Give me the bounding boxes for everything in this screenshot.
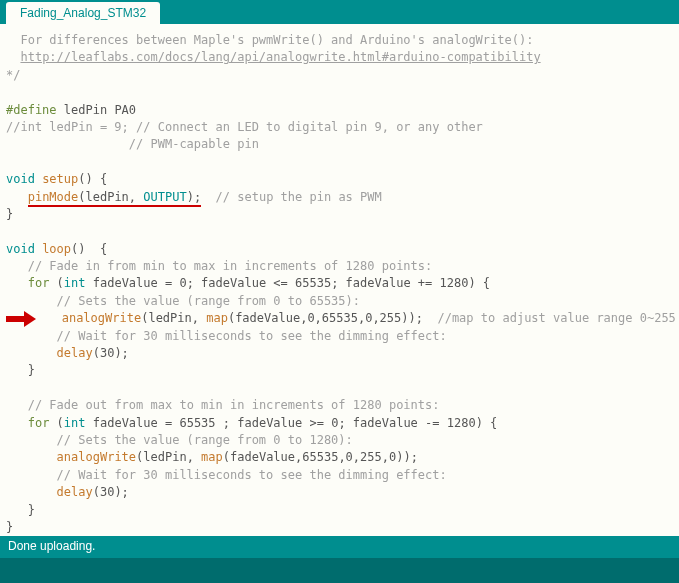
analogwrite-fn: analogWrite bbox=[62, 311, 141, 325]
code-comment: //int ledPin = 9; // Connect an LED to d… bbox=[6, 120, 483, 134]
code-comment: For differences between Maple's pwmWrite… bbox=[6, 33, 533, 47]
code-comment: // Wait for 30 milliseconds to see the d… bbox=[57, 468, 447, 482]
code-text: (fadeValue,0,65535,0,255)); bbox=[228, 311, 423, 325]
delay-fn: delay bbox=[57, 346, 93, 360]
delay-fn: delay bbox=[57, 485, 93, 499]
code-link[interactable]: http://leaflabs.com/docs/lang/api/analog… bbox=[20, 50, 540, 64]
code-comment: // Fade in from min to max in increments… bbox=[28, 259, 433, 273]
void-keyword: void bbox=[6, 172, 35, 186]
code-comment: // Wait for 30 milliseconds to see the d… bbox=[57, 329, 447, 343]
tab-file[interactable]: Fading_Analog_STM32 bbox=[6, 2, 160, 24]
code-text: () { bbox=[71, 242, 107, 256]
code-text: () { bbox=[78, 172, 107, 186]
code-text: (30); bbox=[93, 485, 129, 499]
console-area bbox=[0, 558, 679, 583]
code-comment: //map to adjust value range 0~255 bbox=[423, 311, 676, 325]
loop-fn: loop bbox=[35, 242, 71, 256]
int-keyword: int bbox=[64, 416, 86, 430]
tab-bar: Fading_Analog_STM32 bbox=[0, 0, 679, 24]
void-keyword: void bbox=[6, 242, 35, 256]
code-text: } bbox=[28, 363, 35, 377]
for-keyword: for bbox=[28, 276, 50, 290]
code-comment: // Sets the value (range from 0 to 65535… bbox=[57, 294, 360, 308]
code-comment: // setup the pin as PWM bbox=[201, 190, 382, 204]
code-comment: // Fade out from max to min in increment… bbox=[28, 398, 440, 412]
status-bar: Done uploading. bbox=[0, 536, 679, 558]
code-text: fadeValue = 65535 ; fadeValue >= 0; fade… bbox=[86, 416, 498, 430]
code-text: } bbox=[6, 520, 13, 534]
map-fn: map bbox=[206, 311, 228, 325]
code-text: (fadeValue,65535,0,255,0)); bbox=[223, 450, 418, 464]
code-comment: // Sets the value (range from 0 to 1280)… bbox=[57, 433, 353, 447]
int-keyword: int bbox=[64, 276, 86, 290]
arrow-right-icon bbox=[6, 313, 38, 325]
status-message: Done uploading. bbox=[8, 539, 95, 553]
code-text: } bbox=[6, 207, 13, 221]
map-fn: map bbox=[201, 450, 223, 464]
code-text: (30); bbox=[93, 346, 129, 360]
analogwrite-fn: analogWrite bbox=[57, 450, 136, 464]
code-text: fadeValue = 0; fadeValue <= 65535; fadeV… bbox=[86, 276, 491, 290]
code-comment: // PWM-capable pin bbox=[6, 137, 259, 151]
code-editor[interactable]: For differences between Maple's pwmWrite… bbox=[0, 24, 679, 536]
code-comment: */ bbox=[6, 68, 20, 82]
define-keyword: #define bbox=[6, 103, 57, 117]
code-text: ledPin PA0 bbox=[57, 103, 136, 117]
for-keyword: for bbox=[28, 416, 50, 430]
code-text: } bbox=[28, 503, 35, 517]
highlighted-pinmode: pinMode(ledPin, OUTPUT); bbox=[28, 190, 201, 207]
setup-fn: setup bbox=[35, 172, 78, 186]
